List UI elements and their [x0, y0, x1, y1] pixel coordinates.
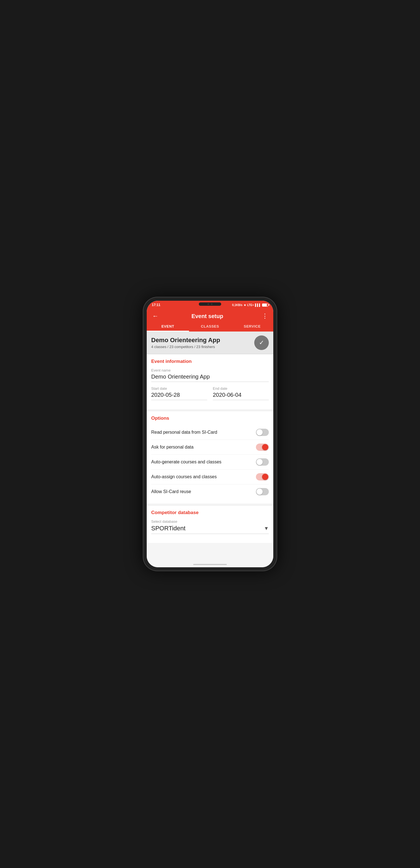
date-row: Start date 2020-05-28 End date 2020-06-0… — [151, 386, 269, 405]
status-bar: 17:11 0,1KB/s ★ LTE+ ▌▌▌ — [147, 301, 273, 308]
toggle-knob — [262, 444, 268, 450]
option-allow-reuse-label: Allow SI-Card reuse — [151, 489, 191, 494]
signal-icon: LTE+ — [247, 304, 254, 307]
toggle-knob — [257, 459, 263, 465]
event-summary-title: Demo Orienteering App — [151, 337, 220, 344]
signal-bars: ▌▌▌ — [255, 304, 261, 307]
start-date-label: Start date — [151, 386, 207, 391]
competitor-database-section: Competitor database Select database SPOR… — [147, 505, 273, 543]
status-time: 17:11 — [152, 303, 160, 307]
dropdown-arrow-icon: ▼ — [264, 526, 269, 531]
option-auto-generate: Auto-generate courses and classes — [151, 455, 269, 470]
status-icons: 0,1KB/s ★ LTE+ ▌▌▌ — [232, 304, 268, 307]
option-read-personal: Read personal data from SI-Card — [151, 425, 269, 440]
option-allow-reuse-toggle[interactable] — [256, 488, 269, 495]
page-title: Event setup — [162, 313, 252, 319]
options-section: Options Read personal data from SI-Card … — [147, 411, 273, 503]
end-date-field: End date 2020-06-04 — [213, 386, 269, 400]
bluetooth-icon: ★ — [244, 304, 246, 307]
option-read-personal-toggle[interactable] — [256, 429, 269, 436]
phone-screen: 17:11 0,1KB/s ★ LTE+ ▌▌▌ ← Event setup ⋮ — [147, 301, 273, 567]
start-date-field: Start date 2020-05-28 — [151, 386, 207, 400]
event-summary-card: Demo Orienteering App 4 classes / 23 com… — [147, 332, 273, 354]
event-summary-text: Demo Orienteering App 4 classes / 23 com… — [151, 337, 220, 349]
option-ask-personal-label: Ask for personal data — [151, 445, 193, 450]
battery-icon — [262, 304, 268, 307]
home-indicator — [147, 562, 273, 567]
option-read-personal-label: Read personal data from SI-Card — [151, 430, 217, 435]
select-database-field: Select database SPORTident ▼ — [151, 519, 269, 534]
tab-bar: EVENT CLASSES SERVICE — [147, 321, 273, 332]
more-menu-button[interactable]: ⋮ — [261, 311, 269, 321]
end-date-value[interactable]: 2020-06-04 — [213, 392, 269, 400]
competitor-database-title: Competitor database — [151, 510, 269, 516]
notch — [199, 302, 221, 306]
toggle-knob — [257, 429, 263, 435]
start-date-value[interactable]: 2020-05-28 — [151, 392, 207, 400]
select-database-label: Select database — [151, 519, 269, 524]
select-database-value: SPORTident — [151, 525, 185, 532]
phone-frame: 17:11 0,1KB/s ★ LTE+ ▌▌▌ ← Event setup ⋮ — [143, 297, 277, 571]
event-name-field: Event name Demo Orienteering App — [151, 368, 269, 382]
option-auto-assign: Auto-assign courses and classes — [151, 470, 269, 485]
event-name-label: Event name — [151, 368, 269, 372]
home-bar — [193, 564, 227, 565]
option-auto-assign-label: Auto-assign courses and classes — [151, 474, 217, 479]
event-summary-meta: 4 classes / 23 competitors / 23 finisher… — [151, 345, 220, 349]
event-name-value[interactable]: Demo Orienteering App — [151, 374, 269, 382]
battery-fill — [262, 304, 267, 306]
event-information-title: Event information — [151, 359, 269, 364]
main-content: Demo Orienteering App 4 classes / 23 com… — [147, 332, 273, 562]
top-bar: ← Event setup ⋮ — [147, 308, 273, 321]
option-auto-assign-toggle[interactable] — [256, 473, 269, 480]
tab-event[interactable]: EVENT — [147, 321, 189, 332]
event-information-section: Event information Event name Demo Orient… — [147, 354, 273, 409]
end-date-label: End date — [213, 386, 269, 391]
camera-dot-1 — [208, 303, 209, 305]
tab-service[interactable]: SERVICE — [231, 321, 273, 332]
tab-classes[interactable]: CLASSES — [189, 321, 231, 332]
camera-dot-2 — [211, 303, 212, 305]
option-ask-personal: Ask for personal data — [151, 440, 269, 455]
options-title: Options — [151, 415, 269, 421]
cloud-sync-icon[interactable]: ✓ — [254, 335, 269, 350]
option-auto-generate-toggle[interactable] — [256, 458, 269, 466]
option-allow-reuse: Allow SI-Card reuse — [151, 485, 269, 499]
option-auto-generate-label: Auto-generate courses and classes — [151, 460, 221, 465]
toggle-knob — [262, 474, 268, 480]
select-database-control[interactable]: SPORTident ▼ — [151, 525, 269, 534]
back-button[interactable]: ← — [151, 311, 159, 321]
network-speed: 0,1KB/s — [232, 304, 242, 307]
toggle-knob — [257, 489, 263, 495]
option-ask-personal-toggle[interactable] — [256, 443, 269, 451]
